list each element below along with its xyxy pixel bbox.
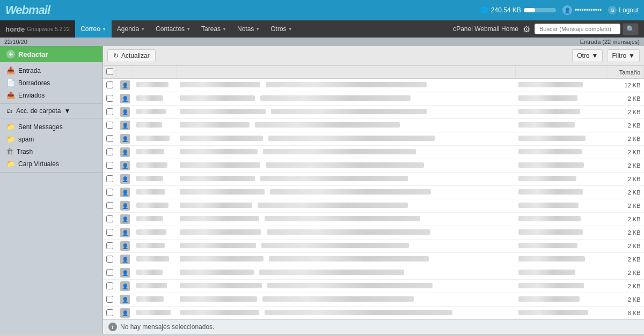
nav-item-correo[interactable]: Correo ▼	[75, 20, 112, 38]
table-row[interactable]: 👤 2 KB	[103, 226, 644, 240]
table-row[interactable]: 👤 2 KB	[103, 132, 644, 146]
table-row[interactable]: 👤 2 KB	[103, 240, 644, 253]
row-checkbox[interactable]	[106, 148, 113, 155]
row-checkbox[interactable]	[106, 256, 113, 263]
table-row[interactable]: 👤 2 KB	[103, 266, 644, 280]
row-checkbox[interactable]	[106, 162, 113, 169]
nav-item-notas[interactable]: Notas ▼	[232, 20, 265, 38]
row-sender-cell	[133, 106, 177, 119]
date-text	[518, 189, 583, 195]
subject-text-2	[266, 162, 424, 168]
row-checkbox[interactable]	[106, 309, 113, 316]
avatar: 👤	[120, 241, 130, 251]
inbox-count: Entrada (22 mensajes)	[580, 39, 640, 45]
table-row[interactable]: 👤 2 KB	[103, 119, 644, 132]
table-row[interactable]: 👤 2 KB	[103, 92, 644, 106]
row-size-label: 2 KB	[628, 256, 641, 263]
sidebar-item-carp-virtuales[interactable]: 📁 Carp Virtuales	[0, 158, 103, 170]
row-checkbox-cell	[103, 213, 117, 226]
row-avatar-cell: 👤	[117, 213, 133, 226]
trash-icon: 🗑	[6, 147, 13, 155]
table-row[interactable]: 👤 2 KB	[103, 213, 644, 226]
table-row[interactable]: 👤 2 KB	[103, 253, 644, 266]
search-button[interactable]: 🔍	[623, 23, 639, 35]
row-checkbox[interactable]	[106, 282, 113, 289]
logout-button[interactable]: G Logout	[608, 6, 639, 14]
select-all-checkbox[interactable]	[106, 68, 113, 75]
filter-arrow-icon: ▼	[628, 52, 635, 59]
other-button[interactable]: Otro ▼	[572, 49, 603, 62]
avatar: 👤	[120, 295, 130, 304]
avatar: 👤	[120, 188, 130, 197]
table-row[interactable]: 👤 2 KB	[103, 186, 644, 199]
sidebar-item-sent-messages[interactable]: 📁 Sent Messages	[0, 121, 103, 133]
table-row[interactable]: 👤 2 KB	[103, 280, 644, 293]
acc-carpeta-header[interactable]: 🗂 Acc. de carpeta ▼	[6, 107, 96, 115]
row-size-cell: 2 KB	[606, 159, 644, 173]
cpanel-link[interactable]: cPanel Webmail Home	[453, 25, 518, 33]
row-checkbox[interactable]	[106, 135, 113, 142]
row-checkbox[interactable]	[106, 108, 113, 115]
nav-items: Correo ▼ Agenda ▼ Contactos ▼ Tareas ▼ N…	[75, 20, 448, 38]
row-checkbox[interactable]	[106, 215, 113, 222]
sidebar-item-enviados[interactable]: 📤 Enviados	[0, 89, 103, 101]
row-size-cell: 2 KB	[606, 280, 644, 293]
subject-text-2	[267, 229, 430, 235]
row-size-label: 2 KB	[628, 243, 641, 249]
row-checkbox[interactable]	[106, 229, 113, 236]
row-checkbox[interactable]	[106, 242, 113, 249]
notas-arrow-icon: ▼	[255, 27, 260, 32]
contactos-arrow-icon: ▼	[186, 27, 191, 32]
sidebar-item-entrada[interactable]: 📥 Entrada	[0, 64, 103, 77]
date-text	[518, 149, 582, 154]
table-row[interactable]: 👤 2 KB	[103, 199, 644, 213]
sidebar-spam-label: spam	[18, 136, 34, 143]
sidebar-item-spam[interactable]: 📁 spam	[0, 133, 103, 145]
row-date-cell	[515, 119, 606, 132]
row-size-cell: 2 KB	[606, 226, 644, 240]
row-checkbox[interactable]	[106, 95, 113, 102]
nav-item-otros[interactable]: Otros ▼	[265, 20, 297, 38]
nav-item-agenda[interactable]: Agenda ▼	[112, 20, 150, 38]
sender-text	[136, 283, 167, 288]
row-checkbox[interactable]	[106, 81, 113, 88]
compose-plus-icon: +	[6, 50, 15, 58]
row-date-cell	[515, 280, 606, 293]
row-sender-cell	[133, 173, 177, 186]
subject-text-2	[269, 256, 429, 262]
table-row[interactable]: 👤 2 KB	[103, 173, 644, 186]
row-checkbox[interactable]	[106, 202, 113, 209]
row-size-cell: 2 KB	[606, 240, 644, 253]
gear-icon[interactable]: ⚙	[523, 24, 530, 34]
nav-item-tareas[interactable]: Tareas ▼	[196, 20, 232, 38]
row-checkbox[interactable]	[106, 269, 113, 276]
table-row[interactable]: 👤 2 KB	[103, 146, 644, 159]
sent-icon: 📤	[6, 91, 15, 99]
row-sender-cell	[133, 186, 177, 199]
sidebar-item-borradores[interactable]: 📄 Borradores	[0, 77, 103, 89]
compose-button[interactable]: + Redactar	[0, 46, 103, 62]
subject-text-2	[265, 216, 420, 221]
row-checkbox[interactable]	[106, 189, 113, 196]
filter-button[interactable]: Filtro ▼	[607, 49, 640, 62]
table-row[interactable]: 👤 2 KB	[103, 159, 644, 173]
nav-item-contactos[interactable]: Contactos ▼	[150, 20, 196, 38]
virtual-folder-icon: 📁	[6, 160, 15, 168]
row-checkbox-cell	[103, 173, 117, 186]
table-row[interactable]: 👤 2 KB	[103, 106, 644, 119]
refresh-button[interactable]: ↻ Actualizar	[107, 49, 156, 62]
search-input[interactable]	[535, 24, 620, 34]
table-row[interactable]: 👤 2 KB	[103, 293, 644, 307]
row-avatar-cell: 👤	[117, 307, 133, 320]
table-row[interactable]: 👤 8 KB	[103, 307, 644, 320]
subject-text	[180, 203, 252, 208]
row-checkbox[interactable]	[106, 175, 113, 182]
date-text	[518, 270, 575, 275]
sidebar-item-trash[interactable]: 🗑 Trash	[0, 145, 103, 158]
table-row[interactable]: 👤 12 KB	[103, 79, 644, 92]
row-checkbox[interactable]	[106, 122, 113, 129]
email-table-container[interactable]: Tamaño 👤	[103, 66, 644, 319]
row-checkbox[interactable]	[106, 296, 113, 303]
row-size-label: 2 KB	[628, 149, 641, 155]
col-size: Tamaño	[606, 66, 644, 79]
